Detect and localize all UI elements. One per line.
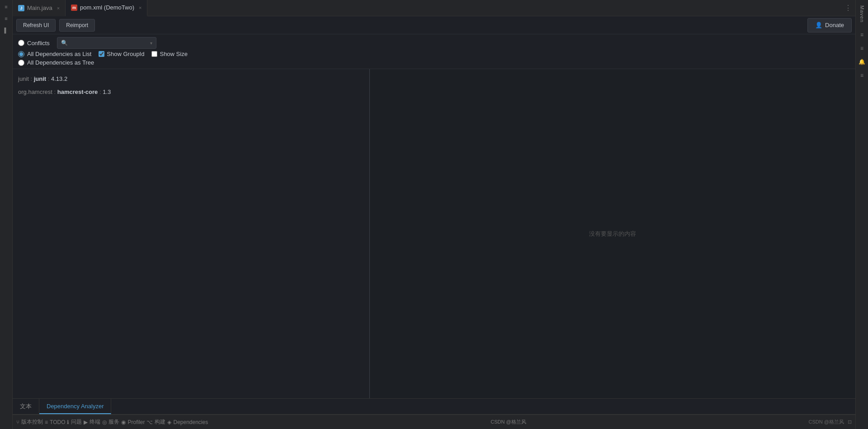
profiler-label: Profiler <box>127 419 145 425</box>
toolbar: Refresh UI Reimport 👤 Donate <box>13 16 855 34</box>
reimport-button[interactable]: Reimport <box>59 19 95 32</box>
dependencies-icon: ◈ <box>167 419 171 425</box>
tab-pom-xml[interactable]: m pom.xml (DemoTwo) × <box>66 0 147 16</box>
terminal-tab[interactable]: ▶ 终端 <box>84 418 100 426</box>
split-pane: junit : junit : 4.13.2 org.hamcrest : ha… <box>13 69 855 398</box>
empty-pane-label: 没有要显示的内容 <box>589 230 636 238</box>
todo-icon: ≡ <box>45 419 48 425</box>
tab-pom-xml-label: pom.xml (DemoTwo) <box>80 4 134 11</box>
show-size-checkbox[interactable] <box>151 51 157 57</box>
dep-group-junit: junit <box>18 75 29 82</box>
show-groupid-text: Show GroupId <box>107 51 144 57</box>
build-icon: ⌥ <box>146 419 153 425</box>
options-row-2: All Dependencies as List Show GroupId Sh… <box>18 51 850 57</box>
conflicts-label: Conflicts <box>27 40 50 47</box>
tool-window-bar: ⑂ 版本控制 ≡ TODO ℹ 问题 ▶ 终端 ◎ 服务 ◉ Profiler … <box>13 415 855 429</box>
footer-right: CSDN @格兰风 <box>491 419 526 425</box>
terminal-icon: ▶ <box>84 419 88 425</box>
conflicts-radio[interactable] <box>18 40 24 46</box>
left-sidebar-icon-1[interactable]: ≡ <box>1 2 11 12</box>
vc-tab[interactable]: ⑂ 版本控制 <box>16 418 43 426</box>
dependency-analyzer-label: Dependency Analyzer <box>47 403 104 410</box>
dep-sep-2: : <box>48 75 51 82</box>
dep-artifact-hamcrest: hamcrest-core <box>57 89 98 95</box>
dep-artifact-junit: junit <box>34 75 46 82</box>
show-groupid-label[interactable]: Show GroupId <box>99 51 144 57</box>
services-label: 服务 <box>108 418 119 426</box>
right-sidebar-icon-4[interactable]: ≡ <box>857 70 867 80</box>
wenben-label: 文本 <box>20 402 32 410</box>
search-dropdown-icon[interactable]: ▾ <box>150 41 152 46</box>
problems-label: 问题 <box>71 418 82 426</box>
maven-icon: m <box>71 5 77 11</box>
java-icon: J <box>18 5 24 11</box>
search-icon: 🔍 <box>61 40 68 46</box>
refresh-ui-button[interactable]: Refresh UI <box>16 19 56 32</box>
build-label: 构建 <box>155 418 165 426</box>
todo-label: TODO <box>50 419 65 425</box>
terminal-label: 终端 <box>90 418 100 426</box>
right-sidebar-icon-2[interactable]: ≡ <box>857 43 867 53</box>
donate-label: Donate <box>825 22 844 28</box>
detail-pane: 没有要显示的内容 <box>370 69 855 398</box>
dependencies-label: Dependencies <box>173 419 208 425</box>
profiler-icon: ◉ <box>121 419 126 425</box>
dep-sep-1: : <box>30 75 33 82</box>
dependency-list-pane: junit : junit : 4.13.2 org.hamcrest : ha… <box>13 69 370 398</box>
left-sidebar-icon-2[interactable]: ≡ <box>1 14 11 23</box>
notification-icon[interactable]: 🔔 <box>857 57 867 67</box>
donate-icon: 👤 <box>815 22 822 28</box>
tab-dependency-analyzer[interactable]: Dependency Analyzer <box>39 399 111 414</box>
all-deps-list-radio[interactable] <box>18 51 24 57</box>
tab-wenben[interactable]: 文本 <box>13 399 39 414</box>
tab-bar: J Main.java × m pom.xml (DemoTwo) × ⋮ <box>13 0 855 16</box>
all-deps-list-text: All Dependencies as List <box>27 51 91 57</box>
footer-expand-icon[interactable]: ⊡ <box>848 419 852 425</box>
options-bar: Conflicts 🔍 ▾ All Dependencies as List S… <box>13 34 855 69</box>
tab-bar-extra: ⋮ <box>844 4 855 12</box>
left-sidebar-icon-3[interactable]: ▌ <box>1 25 11 35</box>
footer-csdn: CSDN @格兰风 <box>809 419 844 425</box>
profiler-tab[interactable]: ◉ Profiler <box>121 419 145 425</box>
options-row-1: Conflicts 🔍 ▾ <box>18 37 850 49</box>
dep-sep-3: : <box>54 89 57 95</box>
tab-pom-xml-close[interactable]: × <box>139 5 142 10</box>
donate-button[interactable]: 👤 Donate <box>807 18 852 33</box>
tab-main-java-label: Main.java <box>27 5 52 11</box>
csdn-label: CSDN @格兰风 <box>491 419 526 424</box>
bottom-tab-strip: 文本 Dependency Analyzer <box>13 398 855 415</box>
problems-icon: ℹ <box>67 419 69 425</box>
show-groupid-checkbox[interactable] <box>99 51 104 57</box>
conflicts-radio-label[interactable]: Conflicts <box>18 40 50 47</box>
tab-overflow-menu[interactable]: ⋮ <box>844 4 852 12</box>
show-size-label[interactable]: Show Size <box>151 51 187 57</box>
dep-version-hamcrest: 1.3 <box>103 89 111 95</box>
build-tab[interactable]: ⌥ 构建 <box>146 418 165 426</box>
dependencies-tab[interactable]: ◈ Dependencies <box>167 419 208 425</box>
all-deps-tree-label[interactable]: All Dependencies as Tree <box>18 59 94 66</box>
todo-tab[interactable]: ≡ TODO <box>45 419 65 425</box>
right-sidebar-icon-1[interactable]: ≡ <box>857 30 867 40</box>
dep-group-hamcrest: org.hamcrest <box>18 89 52 95</box>
search-box[interactable]: 🔍 ▾ <box>57 37 156 49</box>
search-input[interactable] <box>70 40 148 46</box>
dep-item-hamcrest[interactable]: org.hamcrest : hamcrest-core : 1.3 <box>13 86 369 99</box>
options-row-3: All Dependencies as Tree <box>18 59 850 66</box>
show-size-text: Show Size <box>160 51 187 57</box>
maven-sidebar-label[interactable]: Maven <box>858 2 867 26</box>
dep-item-junit[interactable]: junit : junit : 4.13.2 <box>13 73 369 86</box>
all-deps-tree-text: All Dependencies as Tree <box>27 59 94 66</box>
all-deps-list-label[interactable]: All Dependencies as List <box>18 51 91 57</box>
left-sidebar: ≡ ≡ ▌ <box>0 0 13 429</box>
tab-main-java-close[interactable]: × <box>57 5 60 11</box>
main-content: J Main.java × m pom.xml (DemoTwo) × ⋮ Re… <box>13 0 855 429</box>
problems-tab[interactable]: ℹ 问题 <box>67 418 82 426</box>
right-sidebar: Maven ≡ ≡ 🔔 ≡ <box>855 0 868 429</box>
vc-icon: ⑂ <box>16 419 19 425</box>
tab-main-java[interactable]: J Main.java × <box>13 0 66 16</box>
dep-version-junit: 4.13.2 <box>51 75 67 82</box>
services-icon: ◎ <box>102 419 107 425</box>
vc-label: 版本控制 <box>21 418 43 426</box>
services-tab[interactable]: ◎ 服务 <box>102 418 119 426</box>
all-deps-tree-radio[interactable] <box>18 60 24 66</box>
